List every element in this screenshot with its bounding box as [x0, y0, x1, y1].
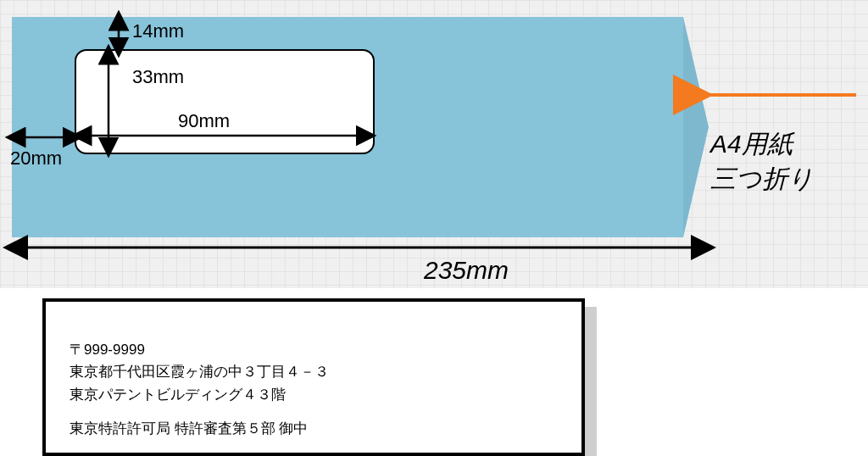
address-document: 〒999-9999 東京都千代田区霞ヶ浦の中３丁目４－３ 東京パテントビルディン… [42, 298, 585, 456]
dim-window-height: 33mm [132, 66, 184, 88]
insert-label-line2: 三つ折り [710, 162, 814, 197]
envelope-window [75, 49, 375, 154]
address-line-2: 東京パテントビルディング４３階 [70, 384, 329, 406]
dim-window-width: 90mm [178, 110, 230, 132]
spacer [70, 406, 329, 418]
address-block: 〒999-9999 東京都千代田区霞ヶ浦の中３丁目４－３ 東京パテントビルディン… [70, 339, 329, 440]
address-line-1: 東京都千代田区霞ヶ浦の中３丁目４－３ [70, 361, 329, 383]
postal-code: 〒999-9999 [70, 339, 329, 361]
dim-left-margin: 20mm [10, 147, 62, 170]
diagram-stage: 14mm 33mm 90mm 20mm 235mm A4用紙 三つ折り 〒999… [0, 0, 868, 456]
dim-top-margin: 14mm [132, 20, 184, 42]
envelope-flap [683, 17, 709, 237]
dim-total-width: 235mm [424, 256, 509, 285]
insert-label: A4用紙 三つ折り [710, 127, 814, 196]
insert-label-line1: A4用紙 [710, 127, 814, 162]
recipient: 東京特許許可局 特許審査第５部 御中 [70, 418, 329, 440]
